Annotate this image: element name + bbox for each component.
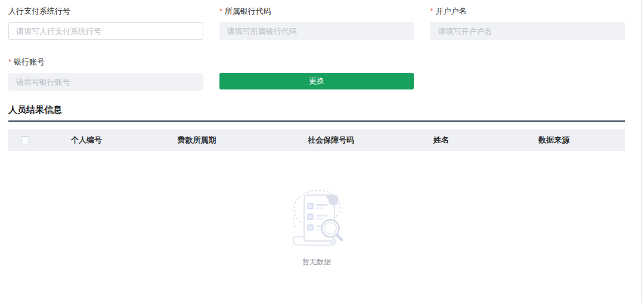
change-button[interactable]: 更换: [219, 73, 414, 89]
empty-text: 暂无数据: [302, 257, 331, 267]
empty-state-illustration: [286, 185, 347, 248]
bank-account-input[interactable]: [8, 73, 203, 91]
section-title: 人员结果信息: [8, 104, 625, 116]
result-table-header: 个人编号 费款所属期 社会保障号码 姓名 数据来源: [8, 129, 625, 151]
bank-code-input[interactable]: [219, 22, 414, 40]
form-panel: 人行支付系统行号 *所属银行代码 *开户户名 *银行账号 更换 人员结果信息 个…: [0, 0, 625, 267]
required-marker: *: [8, 57, 11, 66]
column-header-name: 姓名: [400, 135, 483, 146]
column-header-data-source: 数据来源: [483, 135, 625, 146]
required-marker: *: [219, 7, 222, 16]
field-label: *所属银行代码: [219, 6, 414, 17]
form-row-2: *银行账号 更换: [8, 57, 625, 91]
column-header-personal-id: 个人编号: [42, 135, 131, 146]
select-all-cell: [8, 136, 42, 144]
field-label: 人行支付系统行号: [8, 6, 203, 17]
pbc-bank-number-input[interactable]: [8, 22, 203, 40]
empty-state: 暂无数据: [8, 185, 625, 267]
field-pbc-bank-number: 人行支付系统行号: [8, 6, 203, 40]
section-divider: [8, 120, 625, 122]
field-label: *银行账号: [8, 57, 203, 67]
page-edge-divider: [641, 0, 642, 303]
field-bank-account: *银行账号: [8, 57, 203, 91]
field-account-name: *开户户名: [430, 6, 625, 40]
column-header-ssn: 社会保障号码: [262, 135, 400, 146]
field-bank-code: *所属银行代码: [219, 6, 414, 40]
required-marker: *: [430, 7, 433, 16]
account-name-input[interactable]: [430, 22, 625, 40]
field-label: *开户户名: [430, 6, 625, 17]
form-row-1: 人行支付系统行号 *所属银行代码 *开户户名: [8, 6, 625, 40]
column-header-fee-period: 费款所属期: [131, 135, 262, 146]
select-all-checkbox[interactable]: [21, 136, 29, 144]
